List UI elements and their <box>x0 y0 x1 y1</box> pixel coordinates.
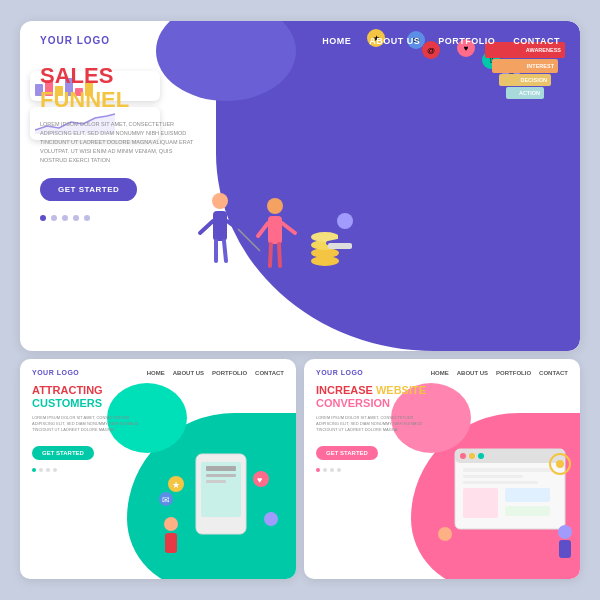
svg-line-19 <box>328 241 338 243</box>
bottom-right-logo: YOUR LOGO <box>316 369 363 376</box>
svg-point-28 <box>264 512 278 526</box>
dot-2[interactable] <box>51 215 57 221</box>
top-content: SALES FUNNEL LOREM IPSUM DOLOR SIT AMET,… <box>20 54 580 231</box>
bottom-right-nav-links: HOME ABOUT US PORTFOLIO CONTACT <box>431 370 568 376</box>
svg-rect-45 <box>505 488 550 502</box>
nav-portfolio[interactable]: PORTFOLIO <box>438 36 495 46</box>
svg-rect-44 <box>463 488 498 518</box>
svg-text:♥: ♥ <box>257 475 262 485</box>
br-dots <box>316 468 568 472</box>
svg-point-26 <box>164 517 178 531</box>
bl-nav-home[interactable]: HOME <box>147 370 165 376</box>
logo: YOUR LOGO <box>40 35 110 46</box>
svg-rect-20 <box>328 243 352 249</box>
svg-rect-29 <box>265 528 277 546</box>
bl-get-started-button[interactable]: GET STARTED <box>32 446 94 460</box>
svg-line-12 <box>279 244 280 266</box>
bl-dot-1[interactable] <box>32 468 36 472</box>
bl-nav-portfolio[interactable]: PORTFOLIO <box>212 370 247 376</box>
svg-text:★: ★ <box>172 480 180 490</box>
get-started-button[interactable]: GET STARTED <box>40 178 137 201</box>
bottom-cards: YOUR LOGO HOME ABOUT US PORTFOLIO CONTAC… <box>20 359 580 579</box>
br-dot-4[interactable] <box>337 468 341 472</box>
br-nav-home[interactable]: HOME <box>431 370 449 376</box>
bl-dot-2[interactable] <box>39 468 43 472</box>
bottom-right-nav: YOUR LOGO HOME ABOUT US PORTFOLIO CONTAC… <box>304 359 580 380</box>
bl-dots <box>32 468 284 472</box>
br-description: LOREM IPSUM DOLOR SIT AMET, CONSECTETUER… <box>316 415 426 433</box>
nav-home[interactable]: HOME <box>322 36 351 46</box>
svg-rect-50 <box>559 540 571 558</box>
svg-text:✉: ✉ <box>162 495 170 505</box>
bl-headline-cyan: CUSTOMERS <box>32 397 102 409</box>
attracting-customers-card: YOUR LOGO HOME ABOUT US PORTFOLIO CONTAC… <box>20 359 296 579</box>
br-nav-contact[interactable]: CONTACT <box>539 370 568 376</box>
br-headline: INCREASE WEBSITE CONVERSION <box>316 384 568 410</box>
bottom-left-nav: YOUR LOGO HOME ABOUT US PORTFOLIO CONTAC… <box>20 359 296 380</box>
bottom-left-logo: YOUR LOGO <box>32 369 79 376</box>
br-nav-portfolio[interactable]: PORTFOLIO <box>496 370 531 376</box>
bottom-right-content: INCREASE WEBSITE CONVERSION LOREM IPSUM … <box>304 380 580 476</box>
svg-point-47 <box>438 527 452 541</box>
headline-yellow: FUNNEL <box>40 87 129 112</box>
increase-conversion-card: YOUR LOGO HOME ABOUT US PORTFOLIO CONTAC… <box>304 359 580 579</box>
dot-5[interactable] <box>84 215 90 221</box>
br-dot-3[interactable] <box>330 468 334 472</box>
pagination-dots <box>40 215 560 221</box>
top-nav: YOUR LOGO HOME ABOUT US PORTFOLIO CONTAC… <box>20 21 580 54</box>
br-dot-1[interactable] <box>316 468 320 472</box>
br-get-started-button[interactable]: GET STARTED <box>316 446 378 460</box>
bl-dot-3[interactable] <box>46 468 50 472</box>
bottom-left-nav-links: HOME ABOUT US PORTFOLIO CONTACT <box>147 370 284 376</box>
svg-line-6 <box>238 229 260 251</box>
svg-line-11 <box>270 244 271 266</box>
svg-rect-25 <box>206 480 226 483</box>
br-nav-about[interactable]: ABOUT US <box>457 370 488 376</box>
top-headline: SALES FUNNEL <box>40 64 560 112</box>
br-dot-2[interactable] <box>323 468 327 472</box>
svg-line-5 <box>224 241 226 261</box>
nav-contact[interactable]: CONTACT <box>513 36 560 46</box>
bl-dot-4[interactable] <box>53 468 57 472</box>
svg-rect-27 <box>165 533 177 553</box>
top-card: YOUR LOGO HOME ABOUT US PORTFOLIO CONTAC… <box>20 21 580 351</box>
headline-red: SALES <box>40 63 113 88</box>
dot-3[interactable] <box>62 215 68 221</box>
br-headline2: CONVERSION <box>316 397 390 409</box>
dot-4[interactable] <box>73 215 79 221</box>
bl-nav-about[interactable]: ABOUT US <box>173 370 204 376</box>
bl-headline-red: ATTRACTING <box>32 384 103 396</box>
dot-1[interactable] <box>40 215 46 221</box>
top-description: LOREM IPSUM DOLOR SIT AMET, CONSECTETUER… <box>40 120 200 164</box>
svg-rect-48 <box>439 542 451 560</box>
bottom-left-content: ATTRACTING CUSTOMERS LOREM IPSUM DOLOR S… <box>20 380 296 476</box>
br-headline-red: INCREASE <box>316 384 373 396</box>
svg-rect-43 <box>463 481 538 484</box>
nav-links: HOME ABOUT US PORTFOLIO CONTACT <box>322 36 560 46</box>
nav-about[interactable]: ABOUT US <box>369 36 420 46</box>
bl-nav-contact[interactable]: CONTACT <box>255 370 284 376</box>
bl-description: LOREM IPSUM DOLOR SIT AMET, CONSECTETUER… <box>32 415 142 433</box>
svg-rect-46 <box>505 506 550 516</box>
bl-headline: ATTRACTING CUSTOMERS <box>32 384 284 410</box>
br-headline-yellow: WEBSITE <box>376 384 426 396</box>
svg-point-49 <box>558 525 572 539</box>
